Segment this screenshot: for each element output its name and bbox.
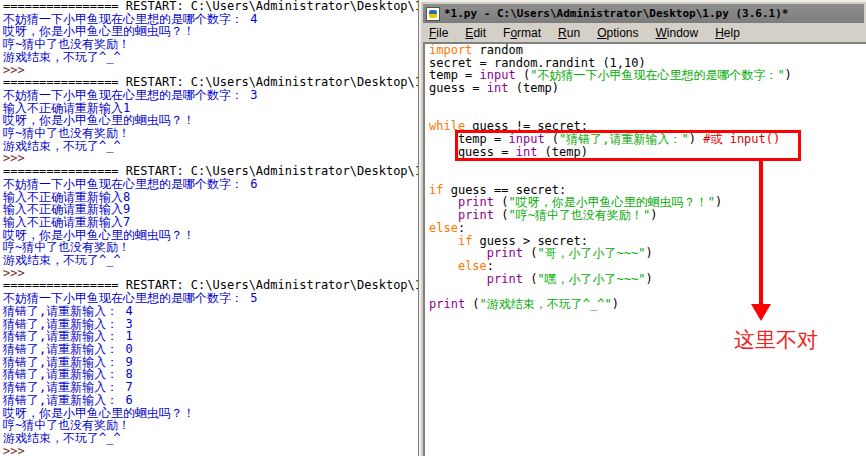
shell-lines: ================ RESTART: C:\Users\Admin…: [0, 0, 424, 456]
code-line: [425, 158, 866, 171]
shell-line: 不妨猜一下小甲鱼现在心里想的是哪个数字： 3: [0, 89, 424, 102]
code-line: guess = int (temp): [425, 82, 866, 95]
title-bar[interactable]: *1.py - C:\Users\Administrator\Desktop\1…: [423, 4, 864, 23]
shell-line: 不妨猜一下小甲鱼现在心里想的是哪个数字： 5: [0, 292, 424, 305]
code-lines: import randomsecret = random.randint (1,…: [425, 44, 866, 311]
shell-line: 猜错了,请重新输入： 0: [0, 343, 424, 356]
menu-file[interactable]: File: [429, 26, 448, 40]
menu-window[interactable]: Window: [656, 26, 699, 40]
shell-line: 猜错了,请重新输入： 4: [0, 305, 424, 318]
code-line: print ("嘿，小了小了~~~"): [425, 273, 866, 286]
code-line: print ("哼~猜中了也没有奖励！"): [425, 209, 866, 222]
shell-line: 猜错了,请重新输入： 7: [0, 381, 424, 394]
shell-line: 哼~猜中了也没有奖励！: [0, 127, 424, 140]
menu-help[interactable]: Help: [715, 26, 740, 40]
shell-output-pane[interactable]: ================ RESTART: C:\Users\Admin…: [0, 0, 424, 456]
menu-options[interactable]: Options: [597, 26, 638, 40]
menu-format[interactable]: Format: [503, 26, 541, 40]
shell-line: 游戏结束，不玩了^_^: [0, 254, 424, 267]
window-title: *1.py - C:\Users\Administrator\Desktop\1…: [444, 7, 788, 20]
shell-line: 不妨猜一下小甲鱼现在心里想的是哪个数字： 6: [0, 178, 424, 191]
shell-line: ================ RESTART: C:\Users\Admin…: [0, 165, 424, 178]
shell-line: 哼~猜中了也没有奖励！: [0, 38, 424, 51]
code-line: [425, 95, 866, 108]
shell-line: ================ RESTART: C:\Users\Admin…: [0, 0, 424, 13]
code-line: print ("游戏结束，不玩了^_^"): [425, 298, 866, 311]
menu-bar: FileEditFormatRunOptionsWindowHelp: [423, 23, 864, 42]
code-line: guess = int (temp): [425, 146, 866, 159]
shell-line: 输入不正确请重新输入7: [0, 216, 424, 229]
menu-edit[interactable]: Edit: [465, 26, 486, 40]
shell-line: 哼~猜中了也没有奖励！: [0, 419, 424, 432]
shell-line: 游戏结束，不玩了^_^: [0, 51, 424, 64]
code-editor-area[interactable]: import randomsecret = random.randint (1,…: [423, 42, 866, 456]
shell-line: 游戏结束，不玩了^_^: [0, 432, 424, 445]
editor-window: *1.py - C:\Users\Administrator\Desktop\1…: [419, 0, 866, 456]
shell-line: >>>: [0, 445, 424, 456]
python-file-icon: [426, 7, 440, 21]
shell-line: 游戏结束，不玩了^_^: [0, 140, 424, 153]
menu-run[interactable]: Run: [558, 26, 580, 40]
shell-line: 猜错了,请重新输入： 6: [0, 394, 424, 407]
